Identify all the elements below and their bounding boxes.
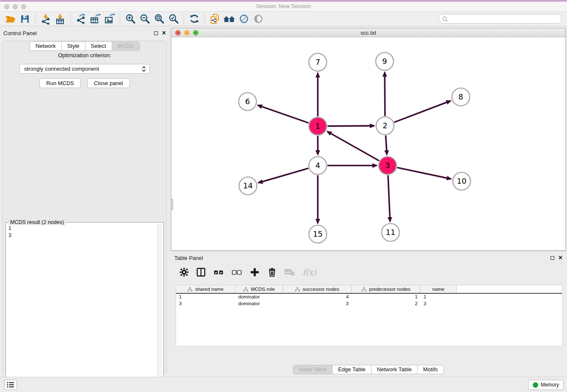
run-mcds-button[interactable]: Run MCDS (39, 78, 81, 88)
duplicate-network-button[interactable] (208, 13, 222, 25)
cell-name[interactable]: 3 (421, 301, 457, 307)
graph-node-6[interactable]: 6 (239, 93, 256, 110)
result-scrollbar[interactable] (157, 224, 162, 380)
add-column-button[interactable] (250, 267, 260, 277)
edge-3-11[interactable] (388, 175, 390, 221)
cell-successor-nodes[interactable]: 4 (283, 294, 352, 301)
close-panel-icon[interactable]: × (162, 30, 166, 36)
float-panel-icon[interactable] (154, 31, 158, 35)
graph-node-8[interactable]: 8 (452, 88, 470, 106)
table-row[interactable]: 3 dominator 3 2 3 (176, 301, 562, 307)
hide-graphics-button[interactable] (237, 13, 251, 25)
zoom-out-button[interactable] (138, 13, 152, 25)
edge-1-2[interactable] (328, 126, 374, 126)
column-header-mcds-role[interactable]: MCDS role (235, 285, 283, 293)
cell-name[interactable]: 1 (421, 294, 457, 301)
import-network-button[interactable] (39, 13, 53, 25)
two-houses-icon (223, 14, 236, 24)
column-header-successor-nodes[interactable]: successor nodes (283, 285, 352, 293)
graph-node-4[interactable]: 4 (309, 157, 327, 174)
cell-shared-name[interactable]: 3 (176, 301, 235, 307)
network-canvas[interactable]: 1234678910111415 (171, 37, 565, 250)
float-panel-icon[interactable] (550, 256, 554, 260)
export-table-button[interactable] (88, 13, 102, 25)
graph-node-7[interactable]: 7 (309, 53, 327, 71)
import-table-icon (55, 14, 66, 25)
cell-predecessor-nodes[interactable]: 1 (352, 294, 421, 301)
tab-network[interactable]: Network (30, 41, 62, 51)
tab-select[interactable]: Select (85, 41, 112, 51)
node-label: 14 (243, 181, 253, 190)
cell-mcds-role[interactable]: dominator (235, 294, 283, 301)
zoom-fit-button[interactable] (152, 13, 166, 25)
edge-1-6[interactable] (258, 105, 309, 123)
tab-node-table[interactable]: Node Table (293, 365, 333, 374)
close-panel-icon[interactable]: × (559, 255, 562, 260)
table-settings-button[interactable] (179, 268, 189, 277)
search-field[interactable] (438, 14, 562, 24)
network-graph[interactable]: 1234678910111415 (171, 37, 565, 250)
graph-node-2[interactable]: 2 (376, 117, 394, 135)
mcds-result-list: 1 3 (7, 224, 157, 380)
open-session-button[interactable] (3, 13, 18, 25)
graph-node-11[interactable]: 11 (382, 224, 399, 241)
cell-shared-name[interactable]: 1 (176, 294, 235, 301)
show-graphics-button[interactable] (251, 13, 265, 25)
mcds-result-group: MCDS result (2 nodes) 1 3 (6, 222, 164, 382)
import-table-button[interactable] (53, 13, 67, 25)
column-header-shared-name[interactable]: shared name (176, 285, 235, 293)
show-column-panel-button[interactable] (196, 267, 206, 277)
cell-predecessor-nodes[interactable]: 2 (352, 301, 421, 307)
home-button[interactable] (222, 13, 237, 25)
delete-column-button[interactable] (267, 267, 277, 277)
save-session-button[interactable] (18, 13, 32, 25)
select-all-button[interactable] (213, 268, 224, 277)
edge-2-3[interactable] (385, 135, 387, 155)
task-history-button[interactable] (4, 380, 17, 390)
close-panel-button[interactable]: Close panel (87, 78, 130, 88)
column-header-name[interactable]: name (421, 285, 457, 293)
edge-3-1[interactable] (328, 132, 379, 161)
table-tabs: Node Table Edge Table Network Table Moti… (171, 365, 566, 374)
zoom-selected-button[interactable] (166, 13, 181, 25)
delete-table-icon (284, 268, 295, 276)
mcds-tab-content: Optimization criterion: strongly connect… (3, 41, 167, 373)
hierarchy-icon (243, 287, 248, 292)
memory-button[interactable]: Memory (528, 380, 564, 390)
refresh-network-button[interactable] (187, 13, 201, 25)
criterion-select[interactable]: strongly connected component (19, 64, 150, 74)
search-input[interactable] (449, 16, 554, 22)
toolbar-separator (120, 14, 120, 25)
edge-4-14[interactable] (259, 168, 308, 182)
cell-successor-nodes[interactable]: 3 (283, 301, 352, 307)
table-row[interactable]: 1 dominator 4 1 1 (176, 294, 562, 301)
network-view-window: × − + scc.txt 1234678910111415 (171, 28, 566, 251)
tab-style[interactable]: Style (62, 41, 85, 51)
splitter-handle[interactable] (171, 199, 173, 210)
tab-edge-table[interactable]: Edge Table (333, 365, 372, 374)
graph-node-15[interactable]: 15 (309, 225, 327, 243)
zoom-in-button[interactable] (123, 13, 138, 25)
edge-3-10[interactable] (397, 168, 451, 179)
network-window-titlebar[interactable]: × − + scc.txt (171, 28, 565, 37)
cell-mcds-role[interactable]: dominator (235, 301, 283, 307)
graph-node-1[interactable]: 1 (309, 117, 327, 135)
graph-node-14[interactable]: 14 (239, 177, 257, 195)
tab-motifs[interactable]: Motifs (418, 365, 444, 374)
export-image-icon (104, 14, 116, 25)
graph-node-3[interactable]: 3 (379, 157, 396, 174)
tab-network-table[interactable]: Network Table (372, 365, 418, 374)
tab-mcds[interactable]: MCDS (112, 41, 140, 51)
node-table[interactable]: shared name MCDS role successor nodes pr… (176, 285, 562, 346)
export-image-button[interactable] (102, 13, 117, 25)
deselect-all-button[interactable] (231, 268, 242, 277)
edge-2-8[interactable] (394, 101, 451, 122)
edge-2-9[interactable] (385, 72, 385, 116)
export-network-button[interactable] (74, 13, 88, 25)
column-label: MCDS role (251, 287, 275, 292)
graph-node-9[interactable]: 9 (376, 52, 394, 70)
column-header-predecessor-nodes[interactable]: predecessor nodes (352, 285, 421, 293)
control-panel-header: Control Panel × (0, 28, 169, 38)
graph-node-10[interactable]: 10 (453, 172, 471, 190)
window-title: Session: New Session (0, 3, 567, 9)
